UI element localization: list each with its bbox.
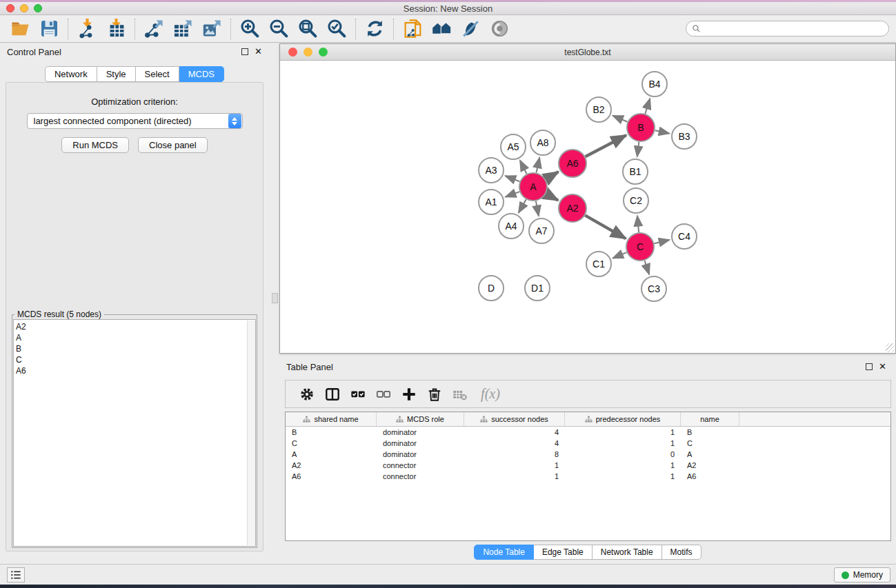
mcds-result-item[interactable]: A2	[16, 321, 255, 332]
close-table-panel-icon[interactable]: ✕	[879, 363, 886, 370]
task-history-button[interactable]	[7, 567, 25, 582]
float-table-panel-icon[interactable]	[866, 363, 873, 370]
edge-A-A4[interactable]	[519, 199, 526, 213]
node-B1[interactable]: B1	[623, 159, 648, 184]
search-field[interactable]	[686, 21, 889, 37]
search-input[interactable]	[704, 24, 888, 34]
node-C4[interactable]: C4	[672, 224, 697, 249]
close-panel-icon[interactable]: ✕	[255, 48, 262, 55]
tab-node-table[interactable]: Node Table	[474, 545, 534, 560]
tab-network[interactable]: Network	[45, 66, 97, 82]
table-row[interactable]: Cdominator41C	[286, 438, 890, 449]
delete-column-button[interactable]	[421, 384, 447, 405]
node-A3[interactable]: A3	[479, 158, 504, 183]
run-mcds-button[interactable]: Run MCDS	[61, 137, 129, 153]
home-button[interactable]	[427, 17, 456, 41]
zoom-fit-button[interactable]	[293, 17, 322, 41]
edge-A2-C[interactable]	[585, 215, 626, 239]
table-row[interactable]: A2connector11A2	[286, 460, 890, 471]
eye-button[interactable]	[485, 17, 514, 41]
edge-C-C2[interactable]	[637, 216, 639, 232]
import-table-button[interactable]	[101, 17, 130, 41]
close-panel-button[interactable]: Close panel	[138, 137, 208, 153]
node-A4[interactable]: A4	[499, 214, 524, 239]
import-network-button[interactable]	[72, 17, 101, 41]
node-D[interactable]: D	[479, 276, 504, 301]
column-header-predecessor-nodes[interactable]: predecessor nodes	[565, 412, 681, 426]
node-C3[interactable]: C3	[641, 276, 666, 301]
node-A7[interactable]: A7	[529, 219, 554, 243]
mcds-result-item[interactable]: B	[16, 343, 255, 354]
edge-A-A3[interactable]	[505, 176, 519, 181]
export-table-button[interactable]	[168, 17, 197, 41]
mcds-result-list[interactable]: A2ABCA6	[13, 319, 256, 547]
select-checkboxes-button[interactable]	[345, 384, 370, 405]
edge-A-A6[interactable]	[546, 172, 558, 179]
node-C1[interactable]: C1	[586, 252, 611, 276]
zoom-in-button[interactable]	[235, 17, 264, 41]
scrollbar[interactable]	[247, 321, 255, 545]
node-A[interactable]: A	[519, 173, 547, 201]
edge-A-A8[interactable]	[536, 157, 539, 172]
edge-A6-B[interactable]	[586, 135, 626, 156]
edge-B-B2[interactable]	[613, 116, 627, 122]
annotations-button[interactable]	[456, 17, 485, 41]
split-columns-button[interactable]	[319, 384, 345, 405]
network-window-titlebar[interactable]: testGlobe.txt	[280, 44, 895, 61]
column-header-name[interactable]: name	[681, 412, 739, 426]
node-C2[interactable]: C2	[624, 188, 648, 213]
edge-C-C3[interactable]	[645, 261, 650, 274]
mcds-result-item[interactable]: A6	[16, 365, 255, 376]
edge-A-A1[interactable]	[506, 192, 520, 196]
node-D1[interactable]: D1	[525, 276, 550, 301]
memory-button[interactable]: Memory	[834, 567, 890, 582]
edge-A-A7[interactable]	[536, 201, 539, 216]
open-folder-button[interactable]	[6, 17, 34, 41]
column-header-MCDS-role[interactable]: MCDS role	[377, 412, 464, 426]
zoom-selected-button[interactable]	[322, 17, 351, 41]
deselect-checkboxes-button[interactable]	[370, 384, 396, 405]
node-A8[interactable]: A8	[530, 130, 555, 155]
edge-B-B1[interactable]	[637, 142, 639, 156]
tab-select[interactable]: Select	[136, 66, 179, 82]
node-B[interactable]: B	[627, 114, 655, 141]
tab-edge-table[interactable]: Edge Table	[534, 545, 593, 560]
tab-mcds[interactable]: MCDS	[179, 66, 224, 82]
save-button[interactable]	[34, 17, 63, 41]
table-row[interactable]: Bdominator41B	[286, 427, 890, 438]
node-A6[interactable]: A6	[559, 150, 586, 177]
export-image-button[interactable]	[197, 17, 226, 41]
node-B4[interactable]: B4	[642, 72, 667, 97]
float-panel-icon[interactable]	[241, 48, 248, 55]
edge-C-C1[interactable]	[613, 252, 626, 258]
tab-style[interactable]: Style	[97, 66, 136, 82]
tab-motifs[interactable]: Motifs	[662, 545, 701, 560]
column-header-successor-nodes[interactable]: successor nodes	[464, 412, 565, 426]
optimization-criterion-select[interactable]: largest connected component (directed)	[27, 113, 243, 129]
node-table[interactable]: shared nameMCDS rolesuccessor nodesprede…	[285, 412, 891, 541]
tab-network-table[interactable]: Network Table	[593, 545, 662, 560]
edge-B-B4[interactable]	[645, 99, 650, 114]
export-network-button[interactable]	[139, 17, 168, 41]
mcds-result-item[interactable]: A	[16, 332, 255, 343]
table-row[interactable]: Adominator80A	[286, 449, 890, 460]
resize-grip[interactable]	[886, 343, 895, 352]
gear-button[interactable]	[294, 384, 319, 405]
node-B2[interactable]: B2	[586, 97, 611, 122]
node-B3[interactable]: B3	[672, 124, 697, 149]
network-canvas[interactable]: AA1A2A3A4A5A6A7A8BB1B2B3B4CC1C2C3C4DD1	[280, 61, 895, 353]
table-row[interactable]: A6connector11A6	[286, 471, 890, 482]
node-A1[interactable]: A1	[479, 190, 504, 214]
copy-document-button[interactable]	[398, 17, 427, 41]
refresh-button[interactable]	[360, 17, 389, 41]
zoom-out-button[interactable]	[264, 17, 293, 41]
mcds-result-item[interactable]: C	[16, 354, 255, 365]
add-column-button[interactable]	[396, 384, 421, 405]
node-C[interactable]: C	[626, 233, 654, 261]
edge-B-B3[interactable]	[655, 130, 670, 133]
column-header-shared-name[interactable]: shared name	[286, 412, 377, 426]
edge-A-A2[interactable]	[546, 194, 557, 201]
split-pane-handle[interactable]	[272, 293, 278, 303]
node-A2[interactable]: A2	[559, 194, 586, 222]
edge-C-C4[interactable]	[654, 240, 669, 243]
